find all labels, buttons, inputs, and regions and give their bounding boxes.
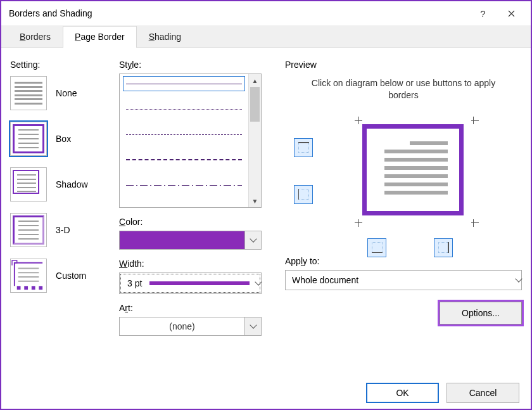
style-dashed-fine[interactable] [124, 127, 244, 141]
style-list[interactable]: ▲ ▼ [119, 74, 262, 208]
svg-rect-5 [24, 286, 28, 290]
width-combo[interactable]: 3 pt [119, 272, 262, 294]
border-top-button[interactable] [294, 138, 313, 157]
close-button[interactable] [497, 3, 526, 23]
color-dropdown-button[interactable] [244, 231, 261, 249]
tab-borders[interactable]: Borders [8, 26, 63, 48]
dialog-title: Borders and Shading [9, 8, 92, 18]
chevron-down-icon [250, 235, 256, 242]
art-heading: Art: [119, 303, 271, 313]
setting-custom[interactable]: Custom [10, 259, 105, 293]
setting-box-icon [10, 122, 47, 156]
scroll-thumb[interactable] [250, 87, 260, 122]
chevron-down-icon [255, 278, 262, 285]
setting-box[interactable]: Box [10, 122, 105, 156]
options-button[interactable]: Options... [440, 302, 522, 324]
style-dotted[interactable] [124, 102, 244, 116]
preview-corner-br [467, 217, 478, 227]
chevron-down-icon [515, 275, 522, 282]
color-heading: Color: [119, 217, 271, 227]
setting-custom-icon [10, 259, 47, 293]
color-combo[interactable] [119, 231, 262, 250]
style-dash-dot[interactable] [124, 178, 244, 192]
style-scrollbar[interactable]: ▲ ▼ [248, 74, 261, 207]
color-swatch [120, 231, 244, 249]
svg-rect-7 [39, 286, 42, 290]
border-right-button[interactable] [434, 238, 453, 257]
setting-shadow[interactable]: Shadow [10, 167, 105, 202]
apply-to-heading: Apply to: [285, 256, 522, 266]
ok-button[interactable]: OK [366, 383, 439, 403]
scroll-down-icon[interactable]: ▼ [249, 195, 261, 207]
preview-area [285, 110, 522, 256]
setting-none[interactable]: None [10, 76, 105, 110]
close-icon [508, 10, 515, 17]
setting-3d-icon [10, 213, 47, 247]
art-dropdown-button[interactable] [244, 317, 261, 335]
setting-column: Setting: None Box [10, 60, 105, 374]
tab-strip: Borders Page Border Shading [1, 25, 531, 48]
border-bottom-button[interactable] [367, 238, 386, 257]
style-heading: Style: [119, 60, 271, 70]
preview-help-text: Click on diagram below or use buttons to… [285, 74, 522, 110]
tab-page-border[interactable]: Page Border [63, 26, 137, 48]
width-value: 3 pt [120, 278, 149, 288]
preview-corner-bl [353, 217, 364, 227]
borders-and-shading-dialog: Borders and Shading ? Borders Page Borde… [0, 0, 532, 410]
scroll-up-icon[interactable]: ▲ [249, 74, 261, 87]
style-dashed[interactable] [124, 153, 244, 167]
dialog-footer: OK Cancel [1, 378, 531, 410]
preview-heading: Preview [285, 60, 522, 70]
tab-shading[interactable]: Shading [137, 26, 193, 48]
preview-corner-tr [467, 115, 478, 125]
width-preview-bar [149, 281, 250, 285]
apply-to-dropdown-button[interactable] [516, 279, 521, 281]
style-column: Style: ▲ ▼ Color: [119, 60, 271, 374]
chevron-down-icon [250, 321, 256, 328]
svg-rect-4 [17, 286, 21, 290]
setting-none-icon [10, 76, 47, 110]
setting-3d[interactable]: 3-D [10, 213, 105, 247]
help-button[interactable]: ? [469, 3, 497, 23]
cancel-button[interactable]: Cancel [446, 383, 519, 403]
setting-heading: Setting: [10, 60, 105, 70]
border-left-button[interactable] [294, 185, 313, 204]
apply-to-value: Whole document [286, 275, 516, 285]
preview-column: Preview Click on diagram below or use bu… [285, 60, 522, 374]
width-heading: Width: [119, 259, 271, 269]
setting-shadow-icon [10, 167, 47, 202]
art-combo[interactable]: (none) [119, 317, 262, 336]
style-solid[interactable] [124, 77, 244, 91]
preview-page[interactable] [362, 124, 464, 215]
art-value: (none) [120, 321, 244, 331]
svg-rect-6 [32, 286, 35, 290]
apply-to-combo[interactable]: Whole document [285, 270, 522, 290]
title-bar: Borders and Shading ? [1, 1, 531, 25]
width-dropdown-button[interactable] [256, 282, 261, 285]
